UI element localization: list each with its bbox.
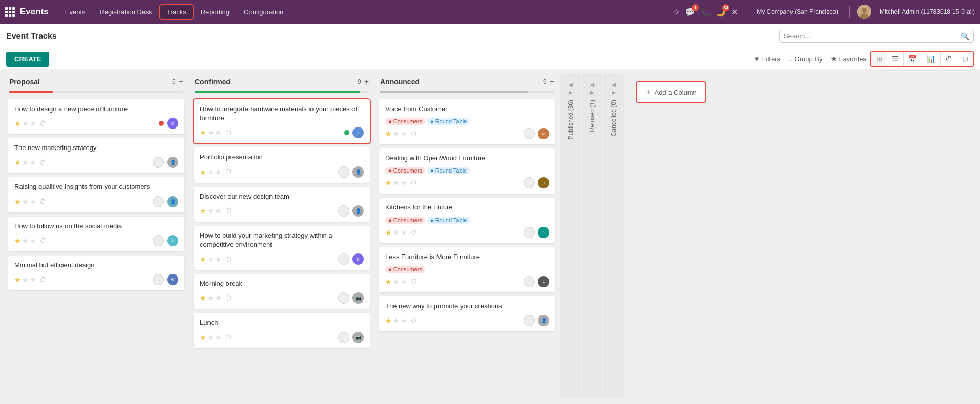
stars: ★★★ <box>14 237 36 245</box>
card-confirmed-2[interactable]: Portfolio presentation ★★★ ⏱ 👤 <box>194 147 370 182</box>
card-announced-4[interactable]: Less Furniture is More Furniture ● Consu… <box>379 247 555 292</box>
avatar-2: 👤 <box>167 196 178 207</box>
card-footer: ★★★ ⏱ D <box>14 118 178 129</box>
card-title: How to integrate hardware materials in y… <box>200 104 364 123</box>
narrow-col-label-refused: Refused (1) <box>589 100 596 132</box>
card-confirmed-5[interactable]: Morning break ★★★ ⏱ 📷 <box>194 274 370 309</box>
stars: ★★★ <box>385 316 407 325</box>
col-count-proposal: 5 <box>172 78 176 86</box>
filter-group: ▼ Filters ≡ Group By ★ Favorites <box>754 55 866 63</box>
add-column-label: Add a Column <box>654 89 696 96</box>
nav-item-events[interactable]: Events <box>59 5 92 19</box>
col-header-confirmed: Confirmed 9 + <box>190 73 374 91</box>
clock-icon: ⏱ <box>225 333 232 341</box>
clock-icon: ⏱ <box>39 159 46 166</box>
filters-button[interactable]: ▼ Filters <box>754 55 780 63</box>
card-footer-right: T <box>344 127 364 138</box>
card-confirmed-1[interactable]: How to integrate hardware materials in y… <box>194 99 370 143</box>
stars: ★★★ <box>14 158 36 166</box>
stars: ★★★ <box>200 207 222 215</box>
card-proposal-1[interactable]: How to design a new piece of furniture ★… <box>8 99 184 134</box>
user-avatar[interactable] <box>857 5 871 19</box>
column-cancelled: ◀ ▶ Cancelled (0) <box>603 73 624 398</box>
card-title: The new marketing strategy <box>14 143 178 153</box>
wrench-nav-icon[interactable]: ✕ <box>731 7 738 17</box>
card-announced-1[interactable]: Voice from Customer ● Consumers ● Round … <box>379 99 555 144</box>
card-tags: ● Consumers ● Round Table <box>385 118 549 125</box>
search-input[interactable] <box>784 32 957 40</box>
card-footer: ★★★ ⏱ M <box>385 128 549 139</box>
camera-icon: 📷 <box>352 292 364 304</box>
avatar <box>524 315 535 326</box>
col-add-confirmed[interactable]: + <box>364 77 369 87</box>
col-add-proposal[interactable]: + <box>179 77 183 87</box>
moon-nav-icon[interactable]: 🌙33 <box>716 7 726 17</box>
card-footer-right: M <box>524 128 549 139</box>
card-confirmed-4[interactable]: How to build your marketing strategy wit… <box>194 226 370 270</box>
card-footer-right: 👤 <box>524 315 549 326</box>
phone-nav-icon[interactable]: 📞 <box>700 7 711 17</box>
arrow-right-icon-3[interactable]: ▶ <box>612 89 616 96</box>
arrow-left-icon-2[interactable]: ◀ <box>590 81 594 88</box>
people-icon-2: 👤 <box>352 205 364 217</box>
column-announced: Announced 9 + Voice from Customer ● Cons… <box>375 73 559 398</box>
card-confirmed-6[interactable]: Lunch ★★★ ⏱ 📷 <box>194 313 370 348</box>
card-footer: ★★★ ⏱ J <box>385 177 549 188</box>
avatar <box>338 166 349 178</box>
company-name: My Company (San Francisco) <box>757 8 838 15</box>
kanban-view-button[interactable]: ⊞ <box>871 52 887 66</box>
toolbar-row: CREATE ▼ Filters ≡ Group By ★ Favorites … <box>0 49 980 69</box>
card-footer: ★★★ ⏱ T <box>200 127 364 138</box>
nav-item-reporting[interactable]: Reporting <box>195 5 236 19</box>
card-confirmed-3[interactable]: Discover our new design team ★★★ ⏱ 👤 <box>194 187 370 222</box>
create-button[interactable]: CREATE <box>6 52 49 67</box>
card-announced-5[interactable]: The new way to promote your creations ★★… <box>379 296 555 331</box>
camera-icon-2: 📷 <box>352 332 364 343</box>
avatar <box>153 157 164 168</box>
star-nav-icon[interactable]: ☆ <box>673 7 680 17</box>
card-announced-3[interactable]: Kitchens for the Future ● Consumers ● Ro… <box>379 198 555 243</box>
nav-item-configuration[interactable]: Configuration <box>238 5 289 19</box>
arrow-right-icon[interactable]: ▶ <box>569 89 573 96</box>
card-announced-2[interactable]: Dealing with OpenWood Furniture ● Consum… <box>379 148 555 194</box>
favorites-button[interactable]: ★ Favorites <box>831 55 866 63</box>
app-title[interactable]: Events <box>20 7 49 17</box>
card-footer: ★★★ ⏱ D <box>200 253 364 265</box>
app-grid-icon[interactable] <box>5 7 15 17</box>
column-proposal: Proposal 5 + How to design a new piece o… <box>4 73 189 398</box>
group-by-button[interactable]: ≡ Group By <box>788 55 823 63</box>
search-bar: 🔍 <box>779 30 974 43</box>
card-proposal-4[interactable]: How to follow us on the social media ★★★… <box>8 217 184 251</box>
cards-confirmed: How to integrate hardware materials in y… <box>190 97 374 350</box>
nav-item-tracks[interactable]: Tracks <box>160 5 193 19</box>
card-proposal-5[interactable]: Minimal but efficient design ★★★ ⏱ W <box>8 256 184 290</box>
graph-view-button[interactable]: 📊 <box>922 52 941 66</box>
status-dot <box>159 121 164 126</box>
arrow-right-icon-2[interactable]: ▶ <box>590 89 594 96</box>
add-column-area: + Add a Column <box>625 73 717 398</box>
arrow-left-icon-3[interactable]: ◀ <box>612 81 616 88</box>
clock-icon: ⏱ <box>39 237 46 244</box>
card-footer: ★★★ ⏱ K <box>385 227 549 238</box>
card-title: Raising qualitive insights from your cus… <box>14 182 178 192</box>
settings-view-button[interactable]: ⊟ <box>957 52 973 66</box>
add-column-button[interactable]: + Add a Column <box>636 81 706 103</box>
avatar-brown: M <box>538 128 549 139</box>
clock-view-button[interactable]: ⏱ <box>941 52 957 66</box>
tag-roundtable: ● Round Table <box>427 118 470 125</box>
card-footer: ★★★ ⏱ 👤 <box>200 166 364 178</box>
col-add-announced[interactable]: + <box>550 77 554 87</box>
nav-item-registration[interactable]: Registration Desk <box>94 5 159 19</box>
narrow-arrows-published: ◀ ▶ <box>569 81 573 96</box>
card-title: Portfolio presentation <box>200 153 364 162</box>
arrow-left-icon[interactable]: ◀ <box>569 81 573 88</box>
card-proposal-2[interactable]: The new marketing strategy ★★★ ⏱ 👤 <box>8 138 184 173</box>
calendar-view-button[interactable]: 📅 <box>904 52 922 66</box>
chat-nav-icon[interactable]: 💬1 <box>685 7 695 17</box>
list-view-button[interactable]: ☰ <box>887 52 904 66</box>
col-header-announced: Announced 9 + <box>375 73 559 91</box>
card-proposal-3[interactable]: Raising qualitive insights from your cus… <box>8 177 184 212</box>
card-footer-right: 👤 <box>153 196 178 207</box>
deco-icon: D <box>352 253 364 265</box>
avatar <box>153 196 164 207</box>
